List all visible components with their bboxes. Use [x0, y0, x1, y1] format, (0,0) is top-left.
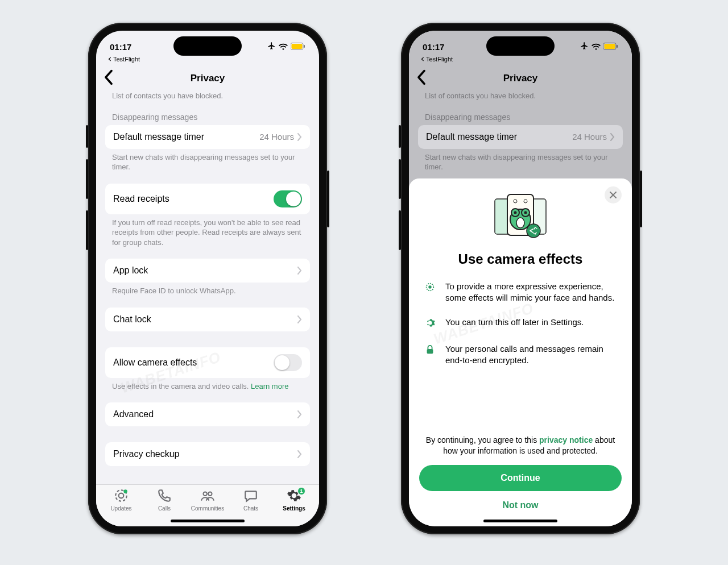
- settings-scroll[interactable]: List of contacts you have blocked. Disap…: [96, 91, 319, 484]
- row-label: Read receipts: [113, 194, 169, 204]
- navbar: Privacy: [409, 66, 632, 91]
- blocked-hint: List of contacts you have blocked.: [105, 91, 310, 105]
- lock-icon: [425, 344, 435, 358]
- svg-point-19: [514, 211, 517, 214]
- svg-rect-2: [304, 45, 305, 48]
- svg-rect-9: [605, 44, 615, 49]
- row-value: 24 Hours: [259, 132, 294, 142]
- svg-point-6: [203, 492, 207, 496]
- chevron-right-icon: [297, 410, 302, 418]
- dynamic-island: [173, 36, 242, 56]
- bullet-encryption: Your personal calls and messages remain …: [425, 343, 616, 367]
- row-label: Advanced: [113, 409, 154, 419]
- chat-lock-row[interactable]: Chat lock: [105, 308, 310, 331]
- gear-icon: [425, 318, 435, 331]
- tab-updates[interactable]: Updates: [104, 488, 138, 516]
- advanced-row[interactable]: Advanced: [105, 402, 310, 426]
- learn-more-link[interactable]: Learn more: [251, 382, 288, 390]
- page-title: Privacy: [503, 73, 538, 84]
- default-message-timer-row: Default message timer 24 Hours: [418, 125, 623, 149]
- blocked-hint: List of contacts you have blocked.: [418, 91, 623, 105]
- back-button[interactable]: [417, 69, 426, 88]
- chevron-right-icon: [297, 133, 302, 141]
- tab-chats[interactable]: Chats: [234, 488, 268, 516]
- breadcrumb-testflight[interactable]: TestFlight: [420, 56, 453, 63]
- app-lock-footer: Require Face ID to unlock WhatsApp.: [105, 282, 310, 300]
- battery-icon: [603, 42, 618, 52]
- row-label: Privacy checkup: [113, 449, 180, 459]
- svg-point-4: [119, 493, 124, 498]
- not-now-button[interactable]: Not now: [419, 500, 622, 510]
- svg-point-20: [524, 211, 527, 214]
- settings-badge: 1: [297, 487, 305, 495]
- chevron-right-icon: [297, 315, 302, 323]
- disappearing-footer: Start new chats with disappearing messag…: [105, 149, 310, 176]
- sheet-title: Use camera effects: [423, 251, 618, 267]
- bullet-face-tracking: To provide a more expressive experience,…: [425, 281, 616, 304]
- face-scan-icon: [425, 282, 435, 295]
- disappearing-footer: Start new chats with disappearing messag…: [418, 149, 623, 176]
- chevron-right-icon: [610, 133, 615, 141]
- status-time: 01:17: [110, 42, 131, 52]
- effects-illustration: [423, 192, 618, 243]
- svg-rect-25: [427, 349, 433, 354]
- read-receipts-footer: If you turn off read receipts, you won't…: [105, 214, 310, 251]
- allow-camera-effects-row: Allow camera effects: [105, 347, 310, 378]
- privacy-notice-link[interactable]: privacy notice: [539, 435, 593, 444]
- row-label: App lock: [113, 265, 148, 276]
- read-receipts-toggle[interactable]: [274, 190, 302, 207]
- camera-effects-footer: Use effects in the camera and video call…: [105, 378, 310, 395]
- home-indicator[interactable]: [483, 520, 557, 522]
- updates-icon: [114, 488, 129, 504]
- bullet-settings: You can turn this off later in Settings.: [425, 317, 616, 331]
- phone-left: 01:17 TestFlight Privacy List of contact…: [88, 23, 327, 534]
- default-message-timer-row[interactable]: Default message timer 24 Hours: [105, 125, 310, 149]
- camera-effects-toggle[interactable]: [274, 354, 302, 371]
- privacy-checkup-row[interactable]: Privacy checkup: [105, 442, 310, 466]
- svg-point-21: [516, 218, 524, 228]
- breadcrumb-testflight[interactable]: TestFlight: [107, 56, 140, 63]
- row-label: Chat lock: [113, 314, 151, 325]
- page-title: Privacy: [191, 73, 225, 84]
- status-time: 01:17: [423, 42, 444, 52]
- disappearing-header: Disappearing messages: [418, 105, 623, 125]
- svg-rect-10: [617, 45, 618, 48]
- row-label: Default message timer: [113, 132, 204, 142]
- read-receipts-row: Read receipts: [105, 184, 310, 214]
- battery-icon: [291, 42, 305, 52]
- airplane-icon: [580, 41, 589, 52]
- wifi-icon: [279, 42, 288, 52]
- home-indicator[interactable]: [171, 520, 245, 522]
- tab-settings[interactable]: 1 Settings: [277, 488, 311, 516]
- tab-calls[interactable]: Calls: [147, 488, 181, 516]
- svg-point-24: [428, 285, 431, 288]
- chevron-right-icon: [297, 450, 302, 458]
- camera-effects-sheet: Use camera effects To provide a more exp…: [409, 178, 632, 526]
- disappearing-header: Disappearing messages: [105, 105, 310, 125]
- back-button[interactable]: [104, 69, 113, 88]
- dynamic-island: [486, 36, 555, 56]
- chats-icon: [243, 488, 258, 504]
- svg-point-7: [208, 492, 212, 496]
- tab-communities[interactable]: Communities: [191, 488, 225, 516]
- phone-icon: [157, 488, 172, 504]
- row-label: Allow camera effects: [113, 358, 197, 368]
- legal-text: By continuing, you agree to this privacy…: [419, 435, 622, 457]
- phone-right: 01:17 TestFlight Privacy List of contact…: [401, 23, 640, 534]
- continue-button[interactable]: Continue: [419, 465, 622, 491]
- close-button[interactable]: [605, 186, 622, 203]
- chevron-right-icon: [297, 267, 302, 275]
- communities-icon: [200, 488, 215, 504]
- svg-rect-1: [292, 44, 303, 49]
- app-lock-row[interactable]: App lock: [105, 259, 310, 282]
- airplane-icon: [267, 41, 276, 52]
- svg-point-5: [123, 489, 127, 493]
- svg-point-22: [527, 224, 540, 238]
- navbar: Privacy: [96, 66, 319, 91]
- wifi-icon: [592, 42, 601, 52]
